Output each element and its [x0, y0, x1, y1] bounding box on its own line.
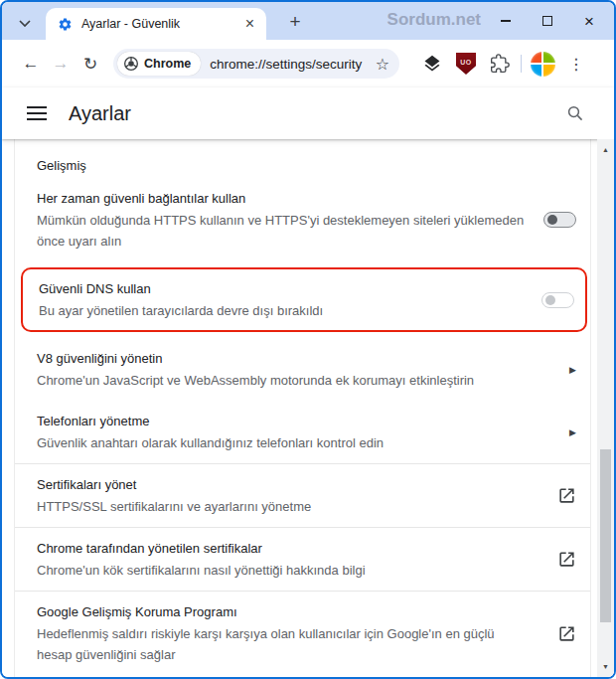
external-link-icon	[557, 550, 576, 569]
settings-card: Gelişmiş Her zaman güvenli bağlantılar k…	[14, 139, 591, 677]
search-icon	[566, 104, 584, 122]
https-first-toggle[interactable]	[543, 212, 576, 228]
tab-close-button[interactable]: ×	[241, 15, 258, 33]
settings-header: Ayarlar	[2, 87, 614, 139]
ublock-extension-button[interactable]: UO	[449, 48, 483, 80]
titlebar: Ayarlar - Güvenlik × + Sordum.net ×	[2, 2, 614, 40]
close-button[interactable]: ×	[568, 2, 610, 40]
scroll-up-button[interactable]: ▲	[597, 141, 614, 158]
new-tab-button[interactable]: +	[280, 8, 310, 36]
site-chip[interactable]: Chrome	[117, 52, 201, 76]
address-bar[interactable]: Chrome chrome://settings/security ☆	[113, 49, 399, 79]
maximize-icon	[542, 16, 552, 26]
search-button[interactable]	[566, 104, 584, 122]
forward-button[interactable]: →	[46, 49, 76, 79]
layers-extension-button[interactable]	[415, 48, 449, 80]
back-button[interactable]: ←	[16, 49, 46, 79]
chrome-logo-icon	[123, 56, 139, 72]
window-controls: ×	[485, 2, 610, 40]
setting-description: Güvenlik anahtarı olarak kullandığınız t…	[37, 432, 527, 453]
setting-description: HTTPS/SSL sertifikalarını ve ayarlarını …	[37, 496, 527, 517]
browser-toolbar: ← → ↻ Chrome chrome://settings/security …	[2, 40, 614, 87]
setting-label: Her zaman güvenli bağlantılar kullan	[37, 188, 527, 209]
url-text[interactable]: chrome://settings/security	[210, 57, 373, 72]
active-tab[interactable]: Ayarlar - Güvenlik ×	[46, 8, 266, 40]
bookmark-star-icon[interactable]: ☆	[374, 55, 391, 74]
ublock-shield-icon: UO	[456, 53, 476, 75]
forward-icon: →	[53, 54, 70, 74]
browser-menu-button[interactable]: ⋮	[559, 48, 593, 80]
subpage-arrow-icon: ▶	[569, 365, 576, 375]
setting-row-v8-security[interactable]: V8 güvenliğini yönetin Chrome'un JavaScr…	[15, 338, 590, 401]
secure-dns-toggle	[541, 292, 574, 308]
back-icon: ←	[23, 54, 40, 74]
profile-button[interactable]	[526, 48, 559, 80]
scroll-down-button[interactable]: ▼	[597, 658, 614, 675]
tab-search-button[interactable]	[12, 10, 38, 34]
setting-description: Bu ayar yönetilen tarayıcılarda devre dı…	[39, 300, 525, 321]
browser-window: Ayarlar - Güvenlik × + Sordum.net × ← → …	[0, 0, 616, 679]
watermark-text: Sordum.net	[387, 10, 481, 30]
extensions-menu-button[interactable]	[483, 48, 517, 80]
tab-title: Ayarlar - Güvenlik	[81, 17, 241, 31]
setting-label: Google Gelişmiş Koruma Programı	[37, 601, 527, 622]
external-link-icon	[557, 486, 576, 505]
setting-label: Sertifikaları yönet	[37, 474, 527, 495]
minimize-icon	[501, 20, 511, 22]
chevron-down-icon	[19, 13, 31, 31]
settings-content: Gelişmiş Her zaman güvenli bağlantılar k…	[2, 139, 614, 677]
main-menu-button[interactable]	[27, 106, 47, 120]
minimize-button[interactable]	[485, 2, 527, 40]
setting-row-https-first[interactable]: Her zaman güvenli bağlantılar kullan Müm…	[15, 178, 590, 261]
layers-icon	[422, 54, 442, 74]
section-header: Gelişmiş	[15, 139, 590, 178]
setting-row-chrome-root-certificates[interactable]: Chrome tarafından yönetilen sertifikalar…	[15, 528, 590, 591]
puzzle-icon	[490, 54, 510, 74]
setting-description: Hedeflenmiş saldırı riskiyle karşı karşı…	[37, 623, 527, 665]
setting-row-manage-certificates[interactable]: Sertifikaları yönet HTTPS/SSL sertifikal…	[15, 464, 590, 527]
external-link-icon	[557, 624, 576, 643]
reload-icon: ↻	[83, 54, 97, 75]
setting-label: Güvenli DNS kullan	[39, 278, 525, 299]
site-chip-label: Chrome	[144, 57, 191, 71]
kebab-menu-icon: ⋮	[568, 55, 584, 74]
setting-label: Chrome tarafından yönetilen sertifikalar	[37, 538, 527, 559]
subpage-arrow-icon: ▶	[569, 427, 576, 437]
maximize-button[interactable]	[527, 2, 568, 40]
scrollbar-thumb[interactable]	[600, 449, 611, 622]
close-icon: ×	[584, 13, 594, 30]
setting-description: Chrome'un kök sertifikalarını nasıl yöne…	[37, 560, 527, 581]
setting-description: Chrome'un JavaScript ve WebAssembly moto…	[37, 370, 527, 391]
setting-label: Telefonları yönetme	[37, 411, 527, 431]
setting-row-advanced-protection[interactable]: Google Gelişmiş Koruma Programı Hedeflen…	[15, 592, 590, 675]
setting-row-secure-dns[interactable]: Güvenli DNS kullan Bu ayar yönetilen tar…	[21, 267, 587, 332]
toolbar-separator	[521, 55, 522, 73]
setting-description: Mümkün olduğunda HTTPS kullanın ve HTTPS…	[37, 210, 527, 252]
scrollbar[interactable]: ▲ ▼	[597, 139, 614, 677]
settings-gear-icon	[58, 17, 73, 32]
page-title: Ayarlar	[69, 102, 131, 125]
reload-button[interactable]: ↻	[76, 49, 105, 79]
profile-avatar	[531, 52, 555, 77]
setting-label: V8 güvenliğini yönetin	[37, 348, 527, 369]
setting-row-manage-phones[interactable]: Telefonları yönetme Güvenlik anahtarı ol…	[15, 401, 590, 463]
